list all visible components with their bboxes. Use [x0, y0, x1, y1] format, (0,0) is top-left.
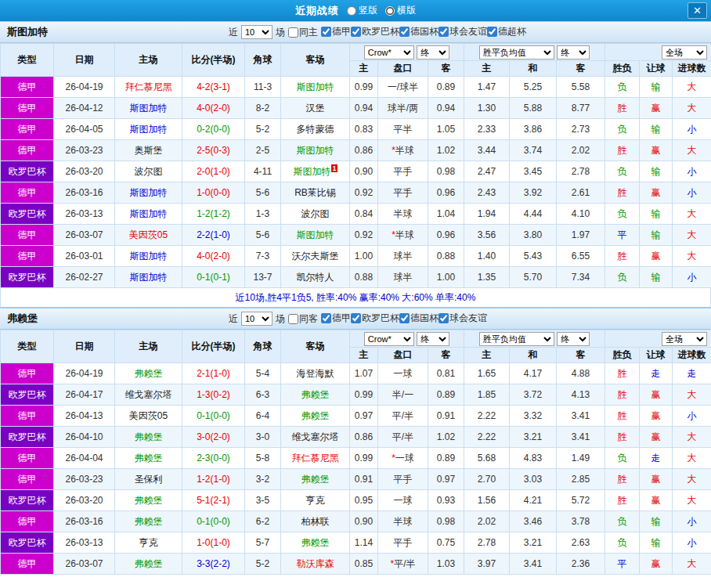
home-team-cell: 斯图加特	[115, 204, 182, 225]
league-filter-checkbox[interactable]	[351, 27, 361, 37]
league-filter-checkbox[interactable]	[487, 27, 497, 37]
avg-home-odds-cell: 1.85	[464, 384, 510, 406]
league-filter-checkbox[interactable]	[321, 27, 331, 37]
league-filter[interactable]: 球会友谊	[439, 312, 487, 325]
handicap-line-cell: 一/球半	[378, 77, 428, 98]
date-cell: 26-03-16	[54, 182, 115, 204]
away-team-cell: 波尔图	[281, 204, 350, 225]
avg-away-odds-cell: 2.73	[557, 119, 605, 140]
wdl-result-cell: 胜	[605, 490, 640, 511]
wdl-result-cell: 胜	[605, 98, 640, 119]
league-filter-checkbox[interactable]	[399, 313, 410, 323]
corners-cell: 7-3	[245, 246, 281, 267]
wdl-result-cell: 胜	[605, 363, 640, 384]
match-count-select[interactable]: 10	[241, 25, 272, 39]
away-team-cell: RB莱比锡	[281, 182, 350, 204]
venue-filter-label: 同客	[299, 312, 318, 326]
avg-odds-select[interactable]: 胜平负均值	[479, 45, 554, 60]
handicap-result-cell: 输	[640, 77, 673, 98]
match-row: 欧罗巴杯 26-03-20 波尔图 2-0(1-0) 4-11 斯图加特1 0.…	[1, 161, 711, 182]
goals-result-cell: 大	[673, 384, 711, 406]
league-filter-checkbox[interactable]	[351, 313, 361, 323]
handicap-result-cell: 赢	[640, 427, 673, 448]
away-team-cell: 汉堡	[281, 98, 350, 119]
avg-stage-select[interactable]: 终	[557, 332, 590, 346]
handicap-away-odds-cell: 0.94	[428, 98, 464, 119]
handicap-away-odds-cell: 0.91	[428, 406, 464, 427]
avg-home-odds-cell: 2.33	[464, 119, 510, 140]
score-cell: 4-0(2-0)	[182, 246, 245, 267]
league-filter-label: 德国杯	[410, 312, 439, 325]
avg-draw-odds-cell: 3.41	[510, 554, 557, 575]
league-filter[interactable]: 欧罗巴杯	[351, 312, 399, 325]
league-filter-checkbox[interactable]	[399, 27, 410, 37]
handicap-home-odds-cell: 0.97	[350, 406, 378, 427]
league-filter[interactable]: 德国杯	[399, 25, 439, 38]
avg-stage-select[interactable]: 终	[557, 45, 590, 60]
avg-draw-odds-cell: 4.83	[510, 448, 557, 469]
scope-select[interactable]: 全场	[662, 332, 707, 346]
handicap-line-cell: 一球	[378, 490, 428, 511]
avg-home-odds-cell: 5.68	[464, 448, 510, 469]
col-header-home: 主场	[115, 330, 182, 363]
panel-title: 近期战绩	[295, 4, 339, 18]
avg-draw-odds-cell: 5.88	[510, 98, 557, 119]
league-filter[interactable]: 德国杯	[399, 312, 439, 325]
match-row: 德甲 26-03-16 斯图加特 1-0(0-0) 5-6 RB莱比锡 0.92…	[1, 182, 711, 204]
handicap-home-odds-cell: 0.99	[350, 448, 378, 469]
col-header-away: 客场	[281, 330, 350, 363]
league-filter[interactable]: 德甲	[321, 312, 351, 325]
away-team-cell: 维戈塞尔塔	[281, 427, 350, 448]
close-button[interactable]: ✕	[688, 2, 707, 19]
handicap-line-cell: 平/半	[378, 406, 428, 427]
venue-filter[interactable]: 同客	[288, 312, 318, 326]
goals-result-cell: 大	[673, 554, 711, 575]
subcol-wdl: 胜负	[605, 348, 640, 363]
handicap-line-cell: *一球	[378, 448, 428, 469]
venue-filter-checkbox[interactable]	[288, 314, 298, 324]
corners-cell: 3-0	[245, 427, 281, 448]
league-filter[interactable]: 德超杯	[487, 25, 526, 38]
subcol-avg-draw: 和	[510, 61, 557, 77]
venue-filter[interactable]: 同主	[288, 26, 318, 39]
avg-odds-select[interactable]: 胜平负均值	[479, 332, 554, 346]
match-row: 德甲 26-04-04 弗赖堡 2-3(0-0) 5-8 拜仁慕尼黑 0.99 …	[1, 448, 711, 469]
league-filters: 德甲欧罗巴杯德国杯球会友谊	[321, 312, 487, 326]
league-filter-checkbox[interactable]	[321, 313, 331, 323]
league-filter[interactable]: 球会友谊	[439, 25, 487, 38]
handicap-stage-select[interactable]: 终	[417, 45, 449, 60]
league-filter-checkbox[interactable]	[439, 313, 449, 323]
venue-filter-checkbox[interactable]	[288, 27, 298, 38]
avg-draw-odds-cell: 3.03	[510, 469, 557, 490]
handicap-home-odds-cell: 0.92	[350, 182, 378, 204]
away-team-cell: 多特蒙德	[281, 119, 350, 140]
home-team-cell: 美因茨05	[115, 225, 182, 246]
date-cell: 26-04-05	[54, 119, 115, 140]
bookmaker-select[interactable]: Crow*	[364, 332, 414, 346]
col-header-date: 日期	[54, 44, 115, 77]
match-count-select[interactable]: 10	[241, 312, 272, 326]
handicap-line-cell: 平手	[378, 469, 428, 490]
bookmaker-select[interactable]: Crow*	[364, 45, 414, 60]
corners-cell: 6-3	[245, 384, 281, 406]
league-cell: 德甲	[1, 182, 54, 204]
layout-option-vertical[interactable]: 竖版	[347, 4, 377, 17]
league-filter-checkbox[interactable]	[439, 27, 449, 37]
handicap-stage-select[interactable]: 终	[417, 332, 449, 346]
scope-select[interactable]: 全场	[662, 45, 707, 60]
col-header-type: 类型	[1, 330, 54, 363]
league-cell: 德甲	[1, 511, 54, 532]
handicap-home-odds-cell: 0.90	[350, 161, 378, 182]
handicap-home-odds-cell: 1.07	[350, 363, 378, 384]
filter-controls: 近 10 场 同主 德甲欧罗巴杯德国杯球会友谊德超杯	[229, 25, 526, 39]
goals-result-cell: 小	[673, 182, 711, 204]
league-filter[interactable]: 德甲	[321, 25, 351, 38]
score-cell: 3-0(2-0)	[182, 427, 245, 448]
league-filter[interactable]: 欧罗巴杯	[351, 25, 399, 38]
layout-radio[interactable]	[347, 6, 356, 16]
layout-radio[interactable]	[385, 6, 395, 16]
layout-option-horizontal[interactable]: 横版	[385, 4, 416, 17]
col-header-type: 类型	[1, 44, 54, 77]
score-cell: 2-0(1-0)	[182, 161, 245, 182]
subcol-handicap-result: 让球	[640, 348, 673, 363]
